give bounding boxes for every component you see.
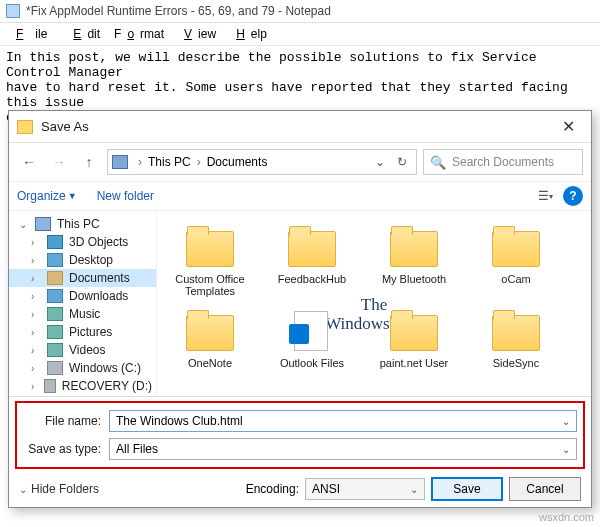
- ti-drv-icon: [47, 361, 63, 375]
- breadcrumb[interactable]: › This PC › Documents ⌄ ↻: [107, 149, 417, 175]
- dialog-toolbar: Organize ▼ New folder ☰▾ ?: [9, 182, 591, 211]
- chevron-right-icon: ›: [134, 155, 146, 169]
- savetype-label: Save as type:: [23, 442, 101, 456]
- filename-panel: File name: The Windows Club.html ⌄ Save …: [15, 401, 585, 469]
- ti-drv-icon: [44, 379, 56, 393]
- tree-item-label: Documents: [69, 271, 130, 285]
- view-options-button[interactable]: ☰▾: [535, 186, 555, 206]
- tree-item-label: Music: [69, 307, 100, 321]
- folder-icon: [492, 231, 540, 267]
- tree-item-label: Desktop: [69, 253, 113, 267]
- folder-icon: [17, 120, 33, 134]
- dialog-footer: Hide Folders Encoding: ANSI ⌄ Save Cance…: [9, 471, 591, 507]
- tree-item-music[interactable]: Music: [9, 305, 156, 323]
- navigation-tree[interactable]: This PC3D ObjectsDesktopDocumentsDownloa…: [9, 211, 157, 396]
- file-label: Outlook Files: [280, 357, 344, 369]
- tree-item-recovery-d-[interactable]: RECOVERY (D:): [9, 377, 156, 395]
- encoding-label: Encoding:: [246, 482, 299, 496]
- tree-item-label: RECOVERY (D:): [62, 379, 152, 393]
- ti-mus-icon: [47, 307, 63, 321]
- ti-pc-icon: [35, 217, 51, 231]
- file-list[interactable]: The WindowsClub Custom Office TemplatesF…: [157, 211, 591, 396]
- tree-item-3d-objects[interactable]: 3D Objects: [9, 233, 156, 251]
- search-input[interactable]: 🔍 Search Documents: [423, 149, 583, 175]
- new-folder-button[interactable]: New folder: [97, 189, 154, 203]
- menu-view[interactable]: View: [172, 25, 222, 43]
- help-button[interactable]: ?: [563, 186, 583, 206]
- close-button[interactable]: ✕: [554, 117, 583, 136]
- filename-input[interactable]: The Windows Club.html ⌄: [109, 410, 577, 432]
- ti-dl-icon: [47, 289, 63, 303]
- file-item[interactable]: OneNote: [161, 303, 259, 373]
- nav-back-button[interactable]: ←: [17, 150, 41, 174]
- menu-help[interactable]: Help: [224, 25, 273, 43]
- nav-up-button[interactable]: ↑: [77, 150, 101, 174]
- ti-vid-icon: [47, 343, 63, 357]
- nav-forward-button[interactable]: →: [47, 150, 71, 174]
- encoding-select[interactable]: ANSI ⌄: [305, 478, 425, 500]
- notepad-icon: [6, 4, 20, 18]
- hide-folders-button[interactable]: Hide Folders: [19, 482, 99, 496]
- file-label: FeedbackHub: [278, 273, 347, 285]
- watermark-url: wsxdn.com: [539, 511, 594, 523]
- file-label: My Bluetooth: [382, 273, 446, 285]
- file-label: paint.net User: [380, 357, 448, 369]
- file-item[interactable]: Custom Office Templates: [161, 219, 259, 301]
- pc-icon: [112, 155, 128, 169]
- breadcrumb-dropdown-button[interactable]: ⌄: [370, 152, 390, 172]
- menu-format[interactable]: Format: [108, 25, 170, 43]
- tree-item-label: Pictures: [69, 325, 112, 339]
- folder-icon: [390, 231, 438, 267]
- notepad-title-text: *Fix AppModel Runtime Errors - 65, 69, a…: [26, 4, 331, 18]
- menu-file[interactable]: File: [4, 25, 59, 43]
- search-icon: 🔍: [430, 155, 446, 170]
- breadcrumb-root[interactable]: This PC: [148, 155, 191, 169]
- tree-item-windows-c-[interactable]: Windows (C:): [9, 359, 156, 377]
- file-item[interactable]: My Bluetooth: [365, 219, 463, 301]
- file-item[interactable]: SideSync: [467, 303, 565, 373]
- tree-item-pictures[interactable]: Pictures: [9, 323, 156, 341]
- folder-icon: [492, 315, 540, 351]
- tree-item-documents[interactable]: Documents: [9, 269, 156, 287]
- ti-3d-icon: [47, 235, 63, 249]
- menu-edit[interactable]: Edit: [61, 25, 106, 43]
- ti-desk-icon: [47, 253, 63, 267]
- notepad-menubar[interactable]: File Edit Format View Help: [0, 23, 600, 46]
- search-placeholder: Search Documents: [452, 155, 554, 169]
- ti-doc-icon: [47, 271, 63, 285]
- folder-icon: [186, 315, 234, 351]
- tree-item-desktop[interactable]: Desktop: [9, 251, 156, 269]
- outlook-file-icon: O: [294, 311, 328, 351]
- file-item[interactable]: paint.net User: [365, 303, 463, 373]
- dialog-titlebar[interactable]: Save As ✕: [9, 111, 591, 143]
- file-item[interactable]: OOutlook Files: [263, 303, 361, 373]
- chevron-right-icon: ›: [193, 155, 205, 169]
- organize-button[interactable]: Organize ▼: [17, 189, 77, 203]
- chevron-down-icon[interactable]: ⌄: [562, 416, 570, 427]
- file-label: SideSync: [493, 357, 539, 369]
- file-label: OneNote: [188, 357, 232, 369]
- chevron-down-icon[interactable]: ⌄: [410, 484, 418, 495]
- folder-icon: [288, 231, 336, 267]
- tree-item-label: Downloads: [69, 289, 128, 303]
- tree-item-downloads[interactable]: Downloads: [9, 287, 156, 305]
- dialog-navbar: ← → ↑ › This PC › Documents ⌄ ↻ 🔍 Search…: [9, 143, 591, 182]
- tree-item-label: This PC: [57, 217, 100, 231]
- dialog-title: Save As: [41, 119, 89, 134]
- tree-item-this-pc[interactable]: This PC: [9, 215, 156, 233]
- save-button[interactable]: Save: [431, 477, 503, 501]
- filename-label: File name:: [23, 414, 101, 428]
- file-label: oCam: [501, 273, 530, 285]
- ti-pic-icon: [47, 325, 63, 339]
- folder-icon: [390, 315, 438, 351]
- savetype-select[interactable]: All Files ⌄: [109, 438, 577, 460]
- tree-item-label: Videos: [69, 343, 105, 357]
- cancel-button[interactable]: Cancel: [509, 477, 581, 501]
- refresh-button[interactable]: ↻: [392, 152, 412, 172]
- save-as-dialog: Save As ✕ ← → ↑ › This PC › Documents ⌄ …: [8, 110, 592, 508]
- tree-item-videos[interactable]: Videos: [9, 341, 156, 359]
- chevron-down-icon[interactable]: ⌄: [562, 444, 570, 455]
- file-item[interactable]: FeedbackHub: [263, 219, 361, 301]
- breadcrumb-folder[interactable]: Documents: [207, 155, 268, 169]
- file-item[interactable]: oCam: [467, 219, 565, 301]
